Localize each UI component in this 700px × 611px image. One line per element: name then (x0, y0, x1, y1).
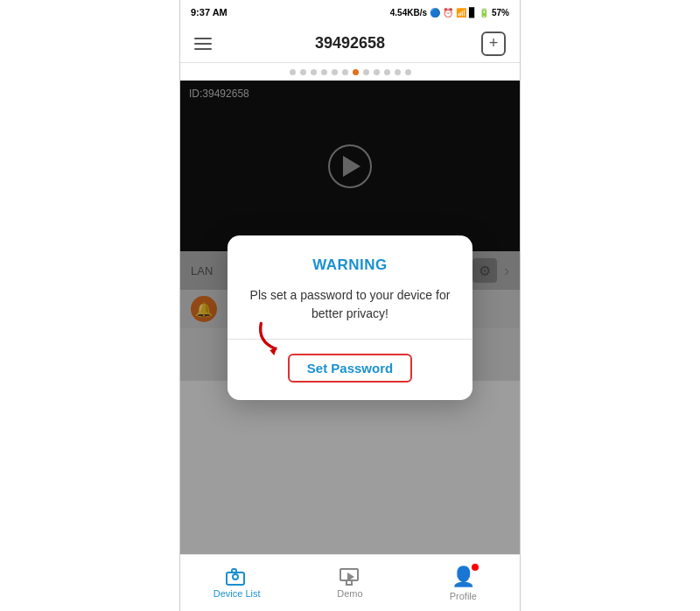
camera-icon (226, 568, 248, 586)
dot-11[interactable] (395, 69, 401, 75)
bottom-nav: Device List Demo 👤 Profile (180, 554, 520, 611)
content-area: ID:39492658 LAN ⚙ › 🔔 No alarm message (180, 81, 520, 554)
time-display: 9:37 AM (191, 7, 228, 18)
cam-body (226, 572, 245, 586)
dot-2[interactable] (300, 69, 306, 75)
dot-9[interactable] (374, 69, 380, 75)
page-title: 39492658 (315, 34, 385, 53)
dot-7-active[interactable] (353, 69, 359, 75)
mon-stand (346, 581, 353, 586)
menu-line-1 (194, 38, 212, 39)
cam-lens (232, 573, 239, 580)
demo-label: Demo (337, 588, 362, 599)
nav-item-device-list[interactable]: Device List (180, 555, 293, 611)
alarm-icon: ⏰ (443, 8, 453, 18)
dot-12[interactable] (405, 69, 411, 75)
dot-5[interactable] (332, 69, 338, 75)
profile-notification-dot (472, 564, 479, 571)
dot-8[interactable] (363, 69, 369, 75)
battery-percent: 57% (492, 8, 509, 18)
bluetooth-icon: 🔵 (430, 8, 440, 18)
arrow-annotation (254, 316, 298, 363)
mon-screen (340, 568, 359, 581)
dot-1[interactable] (290, 69, 296, 75)
modal-overlay: WARNING Pls set a password to your devic… (180, 81, 520, 554)
top-nav: 39492658 + (180, 25, 520, 63)
profile-label: Profile (450, 591, 477, 601)
set-password-button[interactable]: Set Password (288, 354, 412, 383)
battery-display: 🔋 (479, 8, 489, 18)
phone-container: 9:37 AM 4.54KB/s 🔵 ⏰ 📶 ▊ 🔋 57% 39492658 … (179, 0, 521, 611)
status-left: 9:37 AM (191, 7, 232, 18)
dialog-title: WARNING (245, 256, 455, 274)
menu-button[interactable] (194, 32, 219, 56)
nav-item-demo[interactable]: Demo (293, 555, 406, 611)
profile-icon-wrap: 👤 (452, 565, 475, 588)
monitor-play-icon (347, 572, 354, 581)
status-right: 4.54KB/s 🔵 ⏰ 📶 ▊ 🔋 57% (390, 8, 509, 18)
warning-dialog: WARNING Pls set a password to your devic… (228, 235, 472, 400)
add-button[interactable]: + (481, 32, 506, 56)
dot-3[interactable] (311, 69, 317, 75)
data-speed: 4.54KB/s (390, 8, 427, 18)
dot-10[interactable] (384, 69, 390, 75)
menu-line-3 (194, 48, 212, 50)
nav-item-profile[interactable]: 👤 Profile (407, 555, 520, 611)
page-indicator (180, 63, 520, 81)
signal-icon: 📶 (456, 8, 466, 18)
dot-6[interactable] (342, 69, 348, 75)
dot-4[interactable] (321, 69, 327, 75)
am-pm (229, 7, 232, 18)
monitor-icon (340, 568, 360, 586)
status-bar: 9:37 AM 4.54KB/s 🔵 ⏰ 📶 ▊ 🔋 57% (180, 0, 520, 25)
device-list-label: Device List (214, 588, 261, 599)
wifi-icon: ▊ (469, 8, 476, 18)
menu-line-2 (194, 43, 212, 45)
